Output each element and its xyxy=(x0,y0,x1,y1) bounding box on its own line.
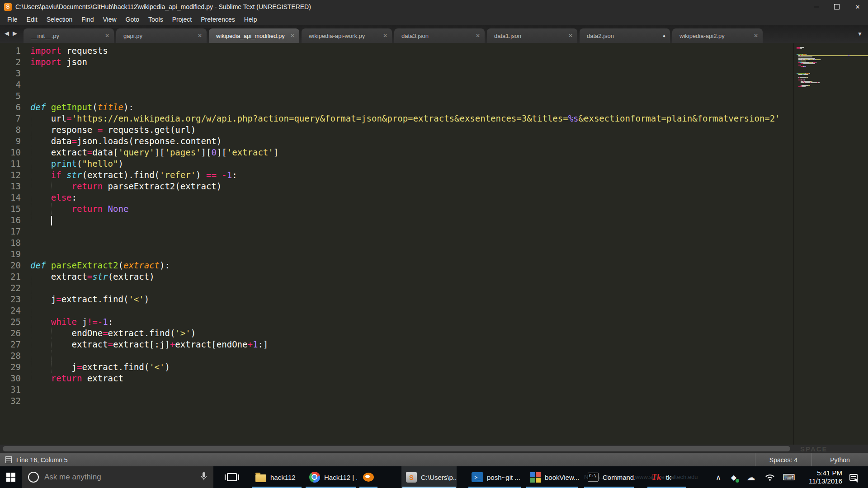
menu-item-find[interactable]: Find xyxy=(77,14,98,25)
code-line[interactable]: 3 xyxy=(0,68,794,79)
tab-data1-json[interactable]: data1.json✕ xyxy=(487,28,577,43)
start-button[interactable] xyxy=(0,466,22,488)
tab--init-py[interactable]: __init__.py✕ xyxy=(24,28,114,43)
code-line[interactable]: 22 xyxy=(0,282,794,294)
tab-close-icon[interactable]: ✕ xyxy=(754,33,758,39)
code-line[interactable]: 19 xyxy=(0,249,794,260)
menu-item-selection[interactable]: Selection xyxy=(42,14,77,25)
task-view-button[interactable] xyxy=(221,466,243,488)
code-line[interactable]: 9 data=json.loads(response.content) xyxy=(0,136,794,147)
line-number: 28 xyxy=(0,350,21,361)
code-line[interactable]: 26 endOne=extract.find('>') xyxy=(0,328,794,339)
tab-wikipedia-api-work-py[interactable]: wikipedia-api-work.py✕ xyxy=(302,28,392,43)
code-line[interactable]: 10 extract=data['query']['pages'][0]['ex… xyxy=(0,147,794,158)
code-line[interactable]: 25 while j!=-1: xyxy=(0,316,794,328)
close-button[interactable]: ✕ xyxy=(847,0,868,14)
tab-data3-json[interactable]: data3.json✕ xyxy=(394,28,485,43)
indentation-setting[interactable]: Spaces: 4 xyxy=(755,453,811,466)
tab-scroll-left-icon[interactable]: ◀ xyxy=(5,30,9,37)
code-token: = xyxy=(87,272,92,282)
taskbar-app-command-prompt[interactable]: C:\Command... xyxy=(583,466,635,488)
editor[interactable]: 1import requests2import json3456def getI… xyxy=(0,43,868,445)
code-area[interactable]: 1import requests2import json3456def getI… xyxy=(0,45,794,407)
code-line[interactable]: 21 extract=str(extract) xyxy=(0,271,794,282)
menu-bar: FileEditSelectionFindViewGotoToolsProjec… xyxy=(0,14,868,25)
taskbar-app-chrome-hack112[interactable]: Hack112 | ... xyxy=(305,466,357,488)
code-line[interactable]: 29 j=extract.find('<') xyxy=(0,361,794,373)
tab-close-icon[interactable]: ✕ xyxy=(568,33,573,39)
code-line[interactable]: 2import json xyxy=(0,56,794,68)
tab-close-icon[interactable]: ✕ xyxy=(290,33,295,39)
menu-item-edit[interactable]: Edit xyxy=(22,14,42,25)
menu-item-goto[interactable]: Goto xyxy=(121,14,144,25)
line-number: 29 xyxy=(0,361,21,373)
maximize-button[interactable] xyxy=(826,0,847,14)
taskbar-app-file-explorer-hack112[interactable]: hack112 xyxy=(251,466,302,488)
code-token: &exsectionformat=plain&formatversion=2' xyxy=(579,113,780,123)
indent-guide-icon xyxy=(31,339,31,350)
code-line[interactable]: 16 xyxy=(0,215,794,226)
code-line[interactable]: 4 xyxy=(0,79,794,90)
code-line[interactable]: 18 xyxy=(0,237,794,249)
tab-close-icon[interactable]: ✕ xyxy=(476,33,480,39)
code-line[interactable]: 11 print("hello") xyxy=(0,158,794,169)
line-number: 24 xyxy=(0,305,21,316)
tab-close-icon[interactable]: ✕ xyxy=(198,33,202,39)
code-line[interactable]: 32 xyxy=(0,395,794,407)
code-line[interactable]: 6def getInput(title): xyxy=(0,102,794,113)
menu-item-preferences[interactable]: Preferences xyxy=(196,14,239,25)
code-text: def parseExtract2(extract): xyxy=(30,260,170,271)
code-token: url xyxy=(30,113,66,123)
code-line[interactable]: 27 extract=extract[:j]+extract[endOne+1:… xyxy=(0,339,794,350)
code-line[interactable]: 17 xyxy=(0,226,794,237)
minimap[interactable] xyxy=(795,47,867,90)
taskbar-app-blender[interactable] xyxy=(359,466,378,488)
tab-close-icon[interactable]: ✕ xyxy=(383,33,387,39)
code-line[interactable]: 15 return None xyxy=(0,203,794,215)
horizontal-scrollbar-track[interactable] xyxy=(0,445,868,453)
taskbar-app-sublime-text[interactable]: SC:\Users\p... xyxy=(401,466,457,488)
code-line[interactable]: 12 if str(extract).find('refer') == -1: xyxy=(0,169,794,181)
code-line[interactable]: 31 xyxy=(0,384,794,395)
code-line[interactable]: 24 xyxy=(0,305,794,316)
minimize-button[interactable] xyxy=(806,0,826,14)
taskbar-app-bookview[interactable]: bookView... xyxy=(525,466,579,488)
tab-overflow-icon[interactable]: ▼ xyxy=(857,31,863,37)
tray-expand-icon[interactable]: ∧ xyxy=(712,466,725,488)
taskbar-app-powershell-posh-git[interactable]: >_posh~git ... xyxy=(467,466,522,488)
tab-close-icon[interactable]: ✕ xyxy=(105,33,109,39)
dropbox-icon[interactable]: ◆ xyxy=(727,466,741,488)
tab-data2-json[interactable]: data2.json● xyxy=(580,28,670,43)
search-input[interactable] xyxy=(43,472,194,482)
code-line[interactable]: 14 else: xyxy=(0,192,794,203)
syntax-setting[interactable]: Python xyxy=(811,453,868,466)
code-line[interactable]: 5 xyxy=(0,90,794,102)
code-line[interactable]: 1import requests xyxy=(0,45,794,56)
cortana-search-box[interactable] xyxy=(22,466,213,488)
taskbar-clock[interactable]: 5:41 PM 11/13/2016 xyxy=(802,466,842,488)
menu-item-view[interactable]: View xyxy=(99,14,121,25)
taskbar-app-tk-window[interactable]: Tktk xyxy=(646,466,687,488)
code-token: def xyxy=(30,102,46,112)
keyboard-icon[interactable]: ⌨ xyxy=(782,466,796,488)
tab-wikipedia-api2-py[interactable]: wikipedia-api2.py✕ xyxy=(672,28,763,43)
code-line[interactable]: 30 return extract xyxy=(0,373,794,384)
onedrive-icon[interactable]: ☁ xyxy=(744,466,758,488)
wifi-icon[interactable] xyxy=(763,466,777,488)
tab-wikipedia-api-modified-py[interactable]: wikipedia_api_modified.py✕ xyxy=(209,28,299,43)
horizontal-scrollbar-thumb[interactable] xyxy=(3,446,790,451)
code-line[interactable]: 8 response = requests.get(url) xyxy=(0,124,794,136)
action-center-button[interactable] xyxy=(844,466,863,488)
code-line[interactable]: 7 url='https://en.wikipedia.org/w/api.ph… xyxy=(0,113,794,124)
tab-scroll-right-icon[interactable]: ▶ xyxy=(13,30,17,37)
code-line[interactable]: 28 xyxy=(0,350,794,361)
menu-item-help[interactable]: Help xyxy=(240,14,262,25)
tab-gapi-py[interactable]: gapi.py✕ xyxy=(116,28,207,43)
code-line[interactable]: 20def parseExtract2(extract): xyxy=(0,260,794,271)
mic-icon[interactable] xyxy=(201,472,207,483)
menu-item-file[interactable]: File xyxy=(3,14,22,25)
code-line[interactable]: 13 return parseExtract2(extract) xyxy=(0,181,794,192)
code-line[interactable]: 23 j=extract.find('<') xyxy=(0,294,794,305)
menu-item-project[interactable]: Project xyxy=(168,14,197,25)
menu-item-tools[interactable]: Tools xyxy=(144,14,168,25)
